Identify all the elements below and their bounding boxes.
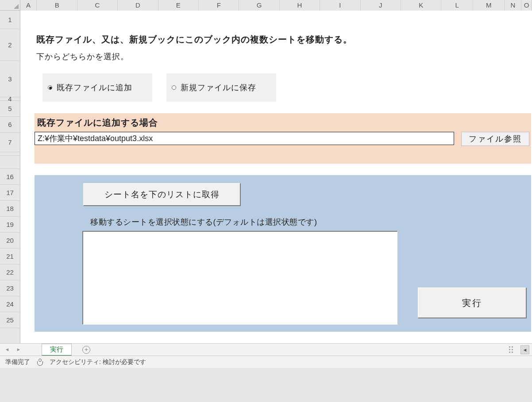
column-header[interactable]: B [37, 0, 77, 11]
column-header[interactable]: D [118, 0, 158, 11]
column-header[interactable]: C [77, 0, 118, 11]
accessibility-icon[interactable] [36, 359, 43, 366]
row-header[interactable]: 3 [0, 61, 20, 97]
row-header[interactable]: 23 [0, 280, 20, 296]
sheet-move-section: シート名を下のリストに取得 移動するシートを選択状態にする(デフォルトは選択状態… [35, 175, 531, 332]
sheet-listbox[interactable] [82, 231, 397, 325]
page-title: 既存ファイル、又は、新規ブックにこのブック内の複数シートを移動する。 [36, 34, 352, 46]
radio-new-file[interactable]: 新規ファイルに保存 [166, 73, 276, 102]
row-header[interactable] [0, 152, 20, 156]
column-header-row: ABCDEFGHIJKLMNO [0, 0, 532, 11]
existing-file-header: 既存ファイルに追加する場合 [37, 117, 158, 129]
column-header[interactable]: O [521, 0, 532, 11]
radio-dot-icon [172, 85, 176, 90]
column-header[interactable]: H [280, 0, 320, 11]
row-header[interactable]: 18 [0, 201, 20, 217]
status-bar: 準備完了 アクセシビリティ: 検討が必要です [0, 356, 532, 368]
column-header[interactable]: F [199, 0, 239, 11]
radio-existing-label: 既存ファイルに追加 [57, 82, 132, 93]
get-sheet-names-button[interactable]: シート名を下のリストに取得 [83, 183, 241, 206]
radio-new-label: 新規ファイルに保存 [181, 82, 256, 93]
tab-nav-next-icon[interactable]: ► [14, 345, 23, 354]
sheet-tab-active[interactable]: 実行 [42, 344, 72, 356]
column-header[interactable]: L [441, 0, 473, 11]
row-header[interactable]: 1 [0, 11, 20, 29]
column-header[interactable]: E [158, 0, 199, 11]
page-subtitle: 下からどちらかを選択。 [36, 51, 129, 62]
row-header[interactable]: 4 [0, 97, 20, 101]
row-header[interactable]: 7 [0, 133, 20, 152]
worksheet-area[interactable]: 既存ファイル、又は、新規ブックにこのブック内の複数シートを移動する。 下からどち… [20, 11, 532, 343]
status-accessibility[interactable]: アクセシビリティ: 検討が必要です [50, 358, 146, 366]
existing-file-section: 既存ファイルに追加する場合 Z:¥作業中¥testdata¥output3.xl… [35, 113, 531, 164]
file-path-input[interactable]: Z:¥作業中¥testdata¥output3.xlsx [35, 132, 454, 145]
row-header[interactable]: 17 [0, 185, 20, 201]
column-header[interactable]: G [239, 0, 279, 11]
tab-nav-prev-icon[interactable]: ◄ [3, 345, 12, 354]
add-sheet-button[interactable]: + [82, 346, 90, 354]
browse-file-button[interactable]: ファイル参照 [461, 132, 529, 146]
row-header[interactable] [0, 156, 20, 169]
tab-bar-grip-icon[interactable] [509, 346, 515, 353]
status-ready: 準備完了 [5, 358, 30, 366]
column-header[interactable]: A [20, 0, 37, 11]
row-header[interactable]: 21 [0, 249, 20, 264]
sheet-list-label: 移動するシートを選択状態にする(デフォルトは選択状態です) [90, 217, 317, 227]
hscroll-left-button[interactable]: ◄ [520, 345, 529, 354]
row-header[interactable]: 5 [0, 101, 20, 117]
select-all-corner[interactable] [0, 0, 20, 11]
column-header[interactable]: M [473, 0, 505, 11]
excel-window: ABCDEFGHIJKLMNO 123456716171819202122232… [0, 0, 532, 402]
radio-existing-file[interactable]: 既存ファイルに追加 [42, 73, 152, 102]
row-header[interactable]: 19 [0, 217, 20, 233]
row-header[interactable]: 25 [0, 312, 20, 328]
row-header[interactable]: 22 [0, 264, 20, 280]
run-button[interactable]: 実行 [418, 287, 527, 318]
column-header[interactable]: J [361, 0, 401, 11]
row-header[interactable]: 16 [0, 169, 20, 185]
row-header-column: 123456716171819202122232425 [0, 11, 20, 343]
row-header[interactable]: 20 [0, 233, 20, 249]
row-header[interactable]: 2 [0, 29, 20, 61]
radio-dot-icon [48, 85, 52, 90]
row-header[interactable]: 24 [0, 296, 20, 312]
column-header[interactable]: K [401, 0, 441, 11]
row-header[interactable]: 6 [0, 117, 20, 133]
column-header[interactable]: I [320, 0, 360, 11]
sheet-tab-bar: ◄ ► 実行 + ◄ [0, 343, 532, 356]
column-header[interactable]: N [505, 0, 521, 11]
